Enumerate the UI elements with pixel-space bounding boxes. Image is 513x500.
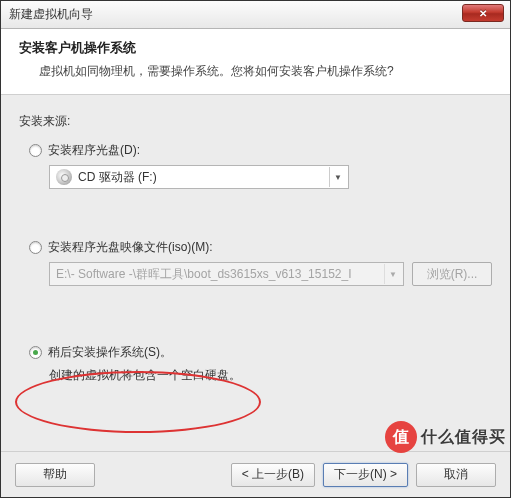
disc-drive-combo[interactable]: CD 驱动器 (F:) ▼ bbox=[49, 165, 349, 189]
browse-button: 浏览(R)... bbox=[412, 262, 492, 286]
radio-icon bbox=[29, 241, 42, 254]
radio-iso-label: 安装程序光盘映像文件(iso)(M): bbox=[48, 239, 213, 256]
wizard-body: 安装来源: 安装程序光盘(D): CD 驱动器 (F:) ▼ 安装程序光盘映像文… bbox=[1, 95, 510, 451]
header-subtitle: 虚拟机如同物理机，需要操作系统。您将如何安装客户机操作系统? bbox=[19, 63, 492, 80]
chevron-down-icon: ▼ bbox=[329, 167, 346, 187]
option-later-block: 稍后安装操作系统(S)。 创建的虚拟机将包含一个空白硬盘。 bbox=[29, 344, 492, 384]
radio-icon bbox=[29, 346, 42, 359]
radio-iso[interactable]: 安装程序光盘映像文件(iso)(M): bbox=[29, 239, 492, 256]
option-disc-block: 安装程序光盘(D): CD 驱动器 (F:) ▼ bbox=[29, 142, 492, 189]
help-button[interactable]: 帮助 bbox=[15, 463, 95, 487]
iso-path-value: E:\- Software -\群晖工具\boot_ds3615xs_v613_… bbox=[56, 266, 352, 283]
header-title: 安装客户机操作系统 bbox=[19, 39, 492, 57]
radio-later[interactable]: 稍后安装操作系统(S)。 bbox=[29, 344, 492, 361]
wizard-header: 安装客户机操作系统 虚拟机如同物理机，需要操作系统。您将如何安装客户机操作系统? bbox=[1, 29, 510, 95]
back-button[interactable]: < 上一步(B) bbox=[231, 463, 315, 487]
iso-path-field: E:\- Software -\群晖工具\boot_ds3615xs_v613_… bbox=[49, 262, 404, 286]
cancel-button[interactable]: 取消 bbox=[416, 463, 496, 487]
option-iso-block: 安装程序光盘映像文件(iso)(M): E:\- Software -\群晖工具… bbox=[29, 239, 492, 286]
next-button[interactable]: 下一步(N) > bbox=[323, 463, 408, 487]
close-icon: ✕ bbox=[479, 8, 487, 19]
wizard-footer: 帮助 < 上一步(B) 下一步(N) > 取消 bbox=[1, 451, 510, 497]
disc-drive-value: CD 驱动器 (F:) bbox=[78, 169, 329, 186]
title-bar: 新建虚拟机向导 ✕ bbox=[1, 1, 510, 29]
radio-icon bbox=[29, 144, 42, 157]
window-title: 新建虚拟机向导 bbox=[9, 6, 93, 23]
radio-disc[interactable]: 安装程序光盘(D): bbox=[29, 142, 492, 159]
chevron-down-icon: ▼ bbox=[384, 264, 401, 284]
source-label: 安装来源: bbox=[19, 113, 492, 130]
radio-disc-label: 安装程序光盘(D): bbox=[48, 142, 140, 159]
cd-icon bbox=[56, 169, 72, 185]
wizard-window: 新建虚拟机向导 ✕ 安装客户机操作系统 虚拟机如同物理机，需要操作系统。您将如何… bbox=[0, 0, 511, 498]
close-button[interactable]: ✕ bbox=[462, 4, 504, 22]
radio-later-label: 稍后安装操作系统(S)。 bbox=[48, 344, 172, 361]
later-note: 创建的虚拟机将包含一个空白硬盘。 bbox=[49, 367, 492, 384]
